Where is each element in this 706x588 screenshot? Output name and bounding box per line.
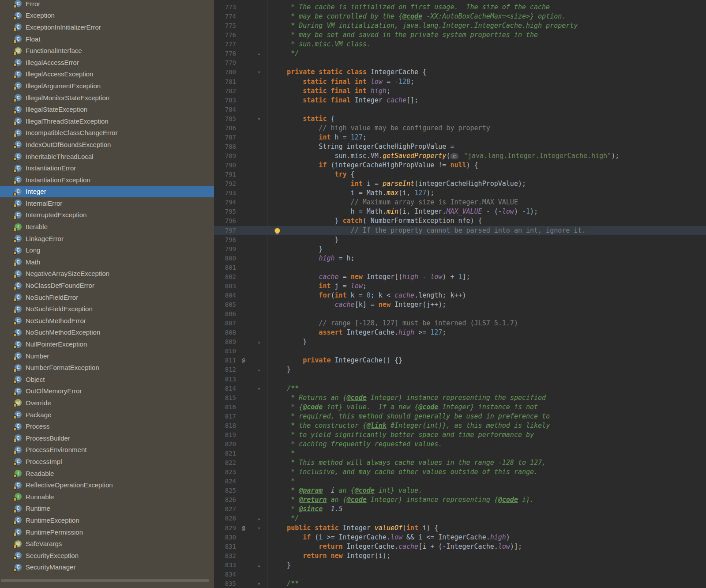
fold-gutter[interactable] (251, 124, 267, 133)
code-line-825[interactable]: 825 * @param i an {@code int} value. (214, 486, 706, 495)
code-line-776[interactable]: 776 * may be set and saved in the privat… (214, 30, 706, 40)
code-line-783[interactable]: 783 static final Integer cache[]; (214, 96, 706, 105)
fold-end-icon[interactable]: ▴ (251, 49, 267, 58)
fold-gutter[interactable] (251, 356, 267, 365)
line-number[interactable]: 831 (214, 542, 236, 551)
fold-gutter[interactable] (251, 477, 267, 486)
code-line-809[interactable]: 809▴ } (214, 337, 706, 347)
code-line-805[interactable]: 805 cache[k] = new Integer(j++); (214, 300, 706, 309)
fold-gutter[interactable] (251, 533, 267, 542)
code-line-812[interactable]: 812▴ } (214, 365, 706, 374)
code-line-784[interactable]: 784 (214, 105, 706, 114)
line-number[interactable]: 832 (214, 551, 236, 561)
class-item-runnable[interactable]: IRunnable (0, 491, 214, 503)
fold-gutter[interactable] (251, 282, 267, 291)
code-line-832[interactable]: 832 return new Integer(i); (214, 551, 706, 561)
class-item-illegalmonitorstateexception[interactable]: CIllegalMonitorStateException (0, 92, 214, 104)
line-number[interactable]: 835 (214, 579, 236, 588)
line-number[interactable]: 813 (214, 375, 236, 384)
class-item-indexoutofboundsexception[interactable]: CIndexOutOfBoundsException (0, 139, 214, 151)
class-item-nosuchmethodexception[interactable]: CNoSuchMethodException (0, 327, 214, 339)
fold-end-icon[interactable]: ▴ (251, 365, 267, 374)
line-number[interactable]: 790 (214, 161, 236, 170)
line-number[interactable]: 819 (214, 430, 236, 440)
code-line-829[interactable]: 829@▾ public static Integer valueOf(int … (214, 524, 706, 533)
code-line-815[interactable]: 815 * Returns an {@code Integer} instanc… (214, 393, 706, 403)
code-line-826[interactable]: 826 * @return an {@code Integer} instanc… (214, 495, 706, 505)
class-item-math[interactable]: CMath (0, 256, 214, 268)
fold-gutter[interactable] (251, 291, 267, 300)
fold-gutter[interactable] (251, 133, 267, 142)
class-item-illegalaccessexception[interactable]: CIllegalAccessException (0, 68, 214, 80)
class-item-iterable[interactable]: IIterable (0, 221, 214, 233)
intention-lightbulb-icon[interactable] (275, 228, 280, 233)
code-line-817[interactable]: 817 * required, this method should gener… (214, 412, 706, 421)
line-number[interactable]: 802 (214, 272, 236, 282)
fold-gutter[interactable] (251, 309, 267, 319)
class-item-runtimepermission[interactable]: CRuntimePermission (0, 526, 214, 538)
fold-gutter[interactable] (251, 198, 267, 207)
fold-gutter[interactable] (251, 12, 267, 21)
code-line-803[interactable]: 803 int j = low; (214, 282, 706, 291)
code-line-831[interactable]: 831 return IntegerCache.cache[i + (-Inte… (214, 542, 706, 551)
class-item-reflectiveoperationexception[interactable]: CReflectiveOperationException (0, 479, 214, 491)
class-item-incompatibleclasschangeerror[interactable]: CIncompatibleClassChangeError (0, 127, 214, 139)
fold-gutter[interactable] (251, 96, 267, 105)
class-item-readable[interactable]: IReadable (0, 467, 214, 479)
line-number[interactable]: 794 (214, 198, 236, 207)
fold-start-icon[interactable]: ▾ (251, 68, 267, 77)
code-line-777[interactable]: 777 * sun.misc.VM class. (214, 40, 706, 49)
fold-gutter[interactable] (251, 551, 267, 561)
line-number[interactable]: 780 (214, 68, 236, 77)
fold-gutter[interactable] (251, 30, 267, 40)
class-item-illegalthreadstateexception[interactable]: CIllegalThreadStateException (0, 115, 214, 127)
class-item-process[interactable]: CProcess (0, 420, 214, 432)
line-number[interactable]: 777 (214, 40, 236, 49)
line-number[interactable]: 808 (214, 328, 236, 337)
code-line-792[interactable]: 792 int i = parseInt(integerCacheHighPro… (214, 179, 706, 188)
line-number[interactable]: 797 (214, 226, 236, 235)
code-line-781[interactable]: 781 static final int low = -128; (214, 77, 706, 87)
class-item-package[interactable]: CPackage (0, 409, 214, 421)
fold-gutter[interactable] (251, 58, 267, 68)
code-line-786[interactable]: 786 // high value may be configured by p… (214, 124, 706, 133)
line-number[interactable]: 783 (214, 96, 236, 105)
code-line-773[interactable]: 773 * The cache is initialized on first … (214, 3, 706, 12)
code-line-816[interactable]: 816 * {@code int} value. If a new {@code… (214, 403, 706, 412)
code-line-810[interactable]: 810 (214, 347, 706, 356)
class-item-object[interactable]: CObject (0, 373, 214, 385)
line-number[interactable]: 811 (214, 356, 236, 365)
code-line-800[interactable]: 800 high = h; (214, 254, 706, 263)
fold-gutter[interactable] (251, 467, 267, 477)
line-number[interactable]: 785 (214, 114, 236, 124)
code-line-782[interactable]: 782 static final int high; (214, 87, 706, 96)
fold-gutter[interactable] (251, 151, 267, 161)
line-number[interactable]: 779 (214, 58, 236, 68)
code-line-811[interactable]: 811@ private IntegerCache() {} (214, 356, 706, 365)
code-line-790[interactable]: 790 if (integerCacheHighPropValue != nul… (214, 161, 706, 170)
fold-gutter[interactable] (251, 495, 267, 505)
class-item-nosuchfieldexception[interactable]: CNoSuchFieldException (0, 303, 214, 315)
line-number[interactable]: 806 (214, 309, 236, 319)
line-number[interactable]: 784 (214, 105, 236, 114)
line-number[interactable]: 815 (214, 393, 236, 403)
fold-start-icon[interactable]: ▾ (251, 579, 267, 588)
fold-gutter[interactable] (251, 440, 267, 449)
line-number[interactable]: 814 (214, 384, 236, 393)
line-number[interactable]: 773 (214, 3, 236, 12)
code-editor[interactable]: 773 * The cache is initialized on first … (214, 0, 706, 588)
code-line-830[interactable]: 830 if (i >= IntegerCache.low && i <= In… (214, 533, 706, 542)
class-item-runtime[interactable]: CRuntime (0, 503, 214, 515)
code-line-823[interactable]: 823 * inclusive, and may cache other val… (214, 467, 706, 477)
code-line-821[interactable]: 821 * (214, 449, 706, 458)
class-item-functionalinterface[interactable]: @FunctionalInterface (0, 45, 214, 57)
fold-gutter[interactable] (251, 40, 267, 49)
line-number[interactable]: 812 (214, 365, 236, 374)
fold-gutter[interactable] (251, 272, 267, 282)
fold-gutter[interactable] (251, 328, 267, 337)
line-number[interactable]: 775 (214, 21, 236, 30)
fold-gutter[interactable] (251, 403, 267, 412)
line-number[interactable]: 818 (214, 421, 236, 430)
class-item-exception[interactable]: CException (0, 10, 214, 22)
code-line-834[interactable]: 834 (214, 570, 706, 579)
